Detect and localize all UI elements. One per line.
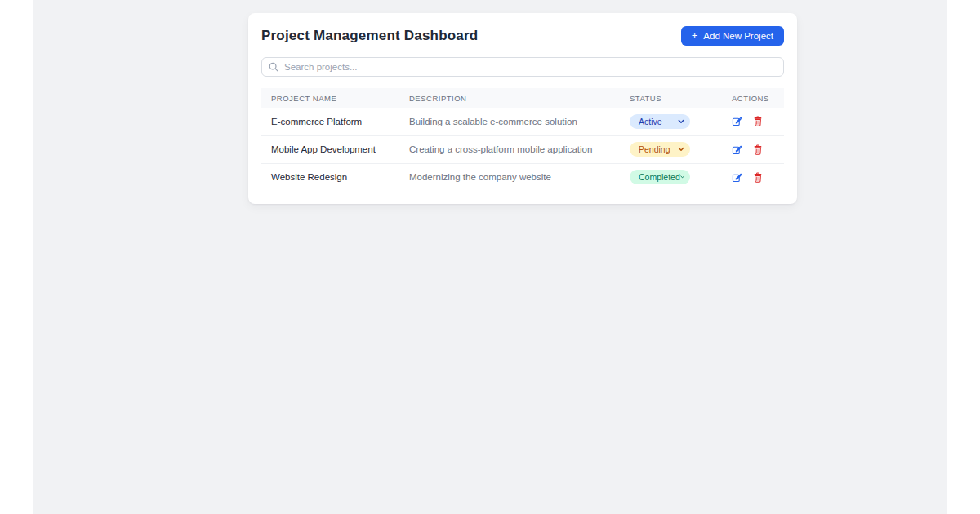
project-table: PROJECT NAME DESCRIPTION STATUS ACTIONS …	[261, 88, 784, 191]
table-row: E-commerce Platform Building a scalable …	[261, 108, 784, 135]
actions-cell	[722, 108, 784, 135]
page-title: Project Management Dashboard	[261, 28, 478, 44]
column-header-status: STATUS	[620, 88, 722, 108]
actions-cell	[722, 163, 784, 191]
table-header: PROJECT NAME DESCRIPTION STATUS ACTIONS	[261, 88, 784, 108]
project-name-cell: Website Redesign	[261, 163, 399, 191]
edit-button[interactable]	[732, 144, 742, 155]
status-select[interactable]: Active	[630, 114, 690, 129]
chevron-down-icon	[678, 146, 684, 153]
search-bar	[261, 57, 784, 77]
actions-cell	[722, 135, 784, 163]
screen: Project Management Dashboard + Add New P…	[0, 0, 980, 514]
table-row: Mobile App Development Creating a cross-…	[261, 135, 784, 163]
edit-icon	[732, 172, 742, 183]
table-row: Website Redesign Modernizing the company…	[261, 163, 784, 191]
project-description-cell: Creating a cross-platform mobile applica…	[399, 135, 620, 163]
status-cell: Pending	[620, 135, 722, 163]
card-header: Project Management Dashboard + Add New P…	[261, 26, 784, 46]
project-name-cell: Mobile App Development	[261, 135, 399, 163]
add-new-project-label: Add New Project	[703, 31, 773, 41]
status-label: Pending	[639, 144, 670, 154]
add-new-project-button[interactable]: + Add New Project	[681, 26, 784, 46]
column-header-project-name: PROJECT NAME	[261, 88, 399, 108]
edit-button[interactable]	[732, 116, 742, 126]
status-cell: Active	[620, 108, 722, 135]
status-cell: Completed	[620, 163, 722, 191]
status-label: Completed	[639, 172, 680, 182]
trash-icon	[753, 144, 763, 155]
project-description-cell: Modernizing the company website	[399, 163, 620, 191]
plus-icon: +	[692, 30, 698, 41]
search-input[interactable]	[261, 57, 784, 77]
column-header-actions: ACTIONS	[722, 88, 784, 108]
edit-icon	[732, 116, 742, 126]
status-select[interactable]: Pending	[630, 142, 690, 157]
delete-button[interactable]	[753, 172, 763, 183]
search-icon	[268, 61, 279, 76]
delete-button[interactable]	[753, 144, 763, 155]
status-select[interactable]: Completed	[630, 170, 690, 184]
status-label: Active	[639, 117, 662, 126]
column-header-description: DESCRIPTION	[399, 88, 620, 108]
chevron-down-icon	[680, 174, 684, 180]
project-description-cell: Building a scalable e-commerce solution	[399, 108, 620, 135]
edit-button[interactable]	[732, 172, 742, 183]
app-background: Project Management Dashboard + Add New P…	[33, 0, 947, 514]
trash-icon	[753, 172, 763, 183]
dashboard-card: Project Management Dashboard + Add New P…	[248, 13, 797, 204]
edit-icon	[732, 144, 742, 155]
project-name-cell: E-commerce Platform	[261, 108, 399, 135]
chevron-down-icon	[678, 118, 684, 125]
trash-icon	[753, 116, 763, 126]
project-table-body: E-commerce Platform Building a scalable …	[261, 108, 784, 191]
delete-button[interactable]	[753, 116, 763, 126]
